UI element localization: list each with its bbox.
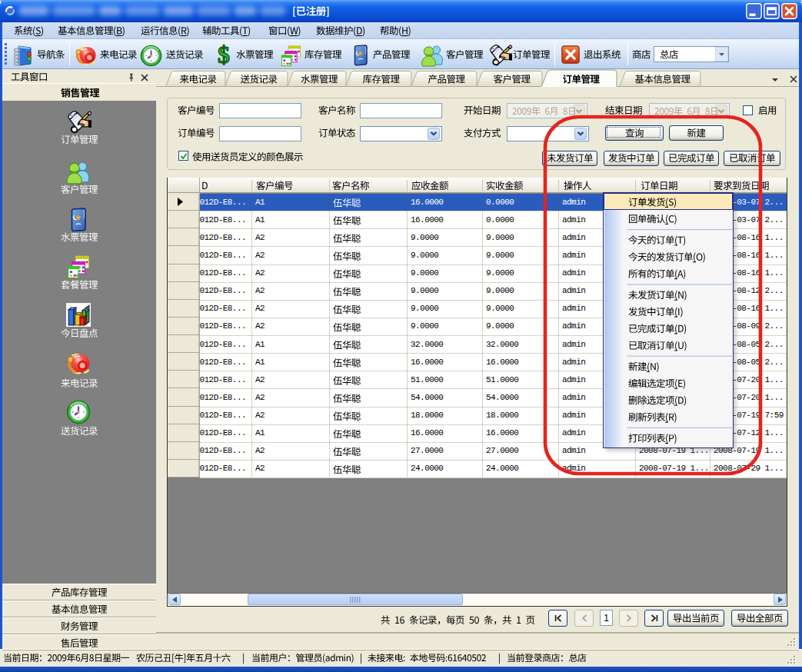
svg-text:$: $ [218,43,230,68]
